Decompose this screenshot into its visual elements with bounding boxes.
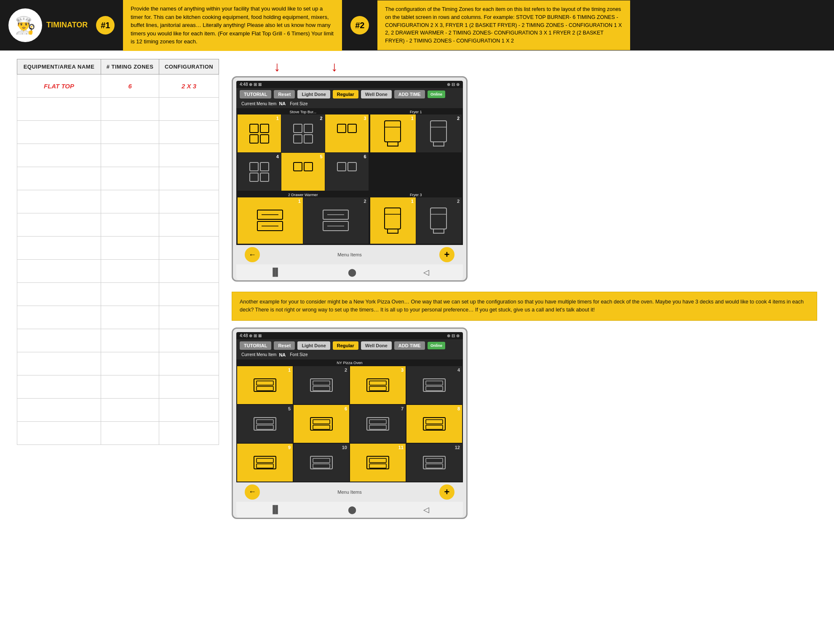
cell-timing-zones[interactable] <box>101 167 159 190</box>
warmer-cell-2[interactable]: 2 <box>303 197 369 244</box>
svg-rect-32 <box>430 208 446 229</box>
pizza-cell-10[interactable]: 10 <box>294 444 349 482</box>
back-btn-2[interactable]: ← <box>245 484 260 500</box>
warmer-cell-1[interactable]: 1 <box>238 197 303 244</box>
cell-equipment-name[interactable] <box>17 422 101 445</box>
cell-equipment-name[interactable] <box>17 98 101 121</box>
light-done-btn[interactable]: Light Done <box>297 90 330 98</box>
pizza-cell-2[interactable]: 2 <box>294 366 349 404</box>
fryer3-cell-2[interactable]: 2 <box>416 197 462 244</box>
online-btn-2[interactable]: Online <box>428 342 445 349</box>
pizza-cell-4[interactable]: 4 <box>406 366 462 404</box>
table-row <box>17 306 219 329</box>
pizza-cell-11[interactable]: 11 <box>350 444 406 482</box>
cell-equipment-name[interactable] <box>17 352 101 375</box>
pizza-cell-5[interactable]: 5 <box>237 405 293 443</box>
android-home[interactable]: ⬤ <box>348 268 356 277</box>
pizza-cell-9[interactable]: 9 <box>237 444 293 482</box>
cell-timing-zones[interactable] <box>101 144 159 167</box>
pizza-cell-1[interactable]: 1 <box>237 366 293 404</box>
cell-configuration[interactable] <box>159 190 219 213</box>
cell-timing-zones[interactable] <box>101 237 159 260</box>
stove-cell-3[interactable]: 3 <box>325 114 369 152</box>
cell-configuration[interactable] <box>159 213 219 237</box>
stove-cell-4[interactable]: 4 <box>238 153 281 191</box>
cell-configuration[interactable] <box>159 121 219 144</box>
cell-equipment-name[interactable] <box>17 283 101 306</box>
android-back[interactable]: ▐▌ <box>270 268 281 277</box>
cell-equipment-name[interactable] <box>17 190 101 213</box>
cell-timing-zones[interactable] <box>101 260 159 283</box>
pizza-cell-3[interactable]: 3 <box>350 366 406 404</box>
cell-equipment-name[interactable] <box>17 237 101 260</box>
cell-configuration[interactable] <box>159 399 219 422</box>
cell-timing-zones[interactable] <box>101 399 159 422</box>
android-home-2[interactable]: ⬤ <box>348 505 356 514</box>
svg-rect-12 <box>250 173 258 181</box>
pizza-cell-12[interactable]: 12 <box>406 444 462 482</box>
cell-configuration[interactable] <box>159 283 219 306</box>
cell-timing-zones[interactable] <box>101 329 159 352</box>
cell-equipment-name[interactable] <box>17 260 101 283</box>
cell-configuration[interactable] <box>159 329 219 352</box>
well-done-btn-2[interactable]: Well Done <box>361 341 392 350</box>
cell-configuration[interactable] <box>159 422 219 445</box>
regular-btn[interactable]: Regular <box>333 90 358 98</box>
cell-equipment-name[interactable] <box>17 306 101 329</box>
tutorial-btn[interactable]: TUTORIAL <box>240 90 271 98</box>
cell-configuration[interactable]: 2 X 3 <box>159 75 219 98</box>
regular-btn-2[interactable]: Regular <box>333 341 358 350</box>
reset-btn[interactable]: Reset <box>274 90 295 98</box>
cell-configuration[interactable] <box>159 167 219 190</box>
cell-timing-zones[interactable] <box>101 98 159 121</box>
cell-timing-zones[interactable] <box>101 213 159 237</box>
cell-equipment-name[interactable] <box>17 213 101 237</box>
back-btn-1[interactable]: ← <box>245 247 260 262</box>
cell-timing-zones[interactable] <box>101 121 159 144</box>
cell-equipment-name[interactable] <box>17 121 101 144</box>
add-time-btn-2[interactable]: ADD TIME <box>394 341 425 350</box>
cell-equipment-name[interactable] <box>17 329 101 352</box>
cell-timing-zones[interactable] <box>101 352 159 375</box>
tutorial-btn-2[interactable]: TUTORIAL <box>240 341 271 350</box>
light-done-btn-2[interactable]: Light Done <box>297 341 330 350</box>
stove-cell-1[interactable]: 1 <box>238 114 281 152</box>
cell-timing-zones[interactable]: 6 <box>101 75 159 98</box>
cell-configuration[interactable] <box>159 352 219 375</box>
android-recent[interactable]: ◁ <box>423 268 429 277</box>
pizza-cell-6[interactable]: 6 <box>294 405 349 443</box>
cell-equipment-name[interactable] <box>17 375 101 399</box>
pizza-cell-7[interactable]: 7 <box>350 405 406 443</box>
cell-timing-zones[interactable] <box>101 283 159 306</box>
fryer1-cell-1[interactable]: 1 <box>370 114 416 152</box>
cell-equipment-name[interactable] <box>17 399 101 422</box>
plus-btn-1[interactable]: + <box>439 247 454 262</box>
android-recent-2[interactable]: ◁ <box>423 505 429 514</box>
cell-configuration[interactable] <box>159 98 219 121</box>
cell-equipment-name[interactable] <box>17 167 101 190</box>
cell-configuration[interactable] <box>159 237 219 260</box>
stove-cell-2[interactable]: 2 <box>281 114 325 152</box>
cell-equipment-name[interactable] <box>17 144 101 167</box>
tablet1-android-nav: ▐▌ ⬤ ◁ <box>236 264 463 280</box>
cell-configuration[interactable] <box>159 144 219 167</box>
cell-configuration[interactable] <box>159 306 219 329</box>
pizza-cell-8[interactable]: 8 <box>406 405 462 443</box>
cell-timing-zones[interactable] <box>101 375 159 399</box>
fryer3-cell-1[interactable]: 1 <box>370 197 416 244</box>
cell-timing-zones[interactable] <box>101 190 159 213</box>
cell-equipment-name[interactable]: FLAT TOP <box>17 75 101 98</box>
stove-cell-5[interactable]: 5 <box>281 153 325 191</box>
cell-timing-zones[interactable] <box>101 306 159 329</box>
cell-configuration[interactable] <box>159 375 219 399</box>
fryer1-cell-2[interactable]: 2 <box>416 114 462 152</box>
add-time-btn[interactable]: ADD TIME <box>394 90 425 98</box>
cell-timing-zones[interactable] <box>101 422 159 445</box>
well-done-btn[interactable]: Well Done <box>361 90 392 98</box>
stove-cell-6[interactable]: 6 <box>325 153 369 191</box>
android-back-2[interactable]: ▐▌ <box>270 505 281 514</box>
online-btn[interactable]: Online <box>428 90 445 98</box>
reset-btn-2[interactable]: Reset <box>274 341 295 350</box>
plus-btn-2[interactable]: + <box>439 484 454 500</box>
cell-configuration[interactable] <box>159 260 219 283</box>
